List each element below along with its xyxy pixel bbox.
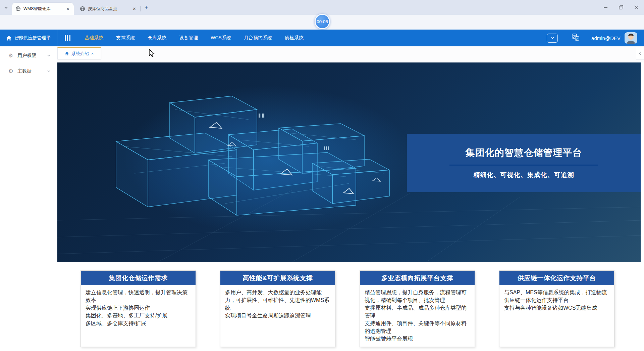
card-header: 集团化仓储运作需求 bbox=[81, 271, 196, 285]
hero-text-panel: 集团化的智慧仓储管理平台 精细化、可视化、集成化、可追溯 bbox=[407, 134, 641, 192]
gear-icon: ⚙ bbox=[8, 69, 13, 74]
card-line: 支持与各种智能设备诸如WCS无缝集成 bbox=[504, 304, 609, 312]
browser-tab-title: WMS智能仓库 bbox=[23, 6, 51, 12]
nav-item-support-system[interactable]: 支撑系统 bbox=[116, 35, 135, 41]
feature-card-high-performance: 高性能&可扩展系统支撑 多用户、高并发、大数据量的业务处理能力，可扩展性、可维护… bbox=[220, 270, 335, 347]
tab-close-icon[interactable]: ✕ bbox=[132, 6, 137, 11]
card-header: 多业态横向拓展平台支撑 bbox=[360, 271, 475, 285]
collapse-menu-icon[interactable] bbox=[65, 35, 70, 41]
hero-title: 集团化的智慧仓储管理平台 bbox=[466, 146, 582, 159]
recording-timer-value: 00:06 bbox=[317, 19, 328, 24]
window-minimize-button[interactable] bbox=[598, 0, 613, 14]
browser-tabstrip: WMS智能仓库 ✕ 按库位商品盘点 ✕ + bbox=[0, 0, 644, 15]
card-line: 智能驾驶舱平台展现 bbox=[365, 335, 470, 343]
card-body: 多用户、高并发、大数据量的业务处理能力，可扩展性、可维护性、先进性的WMS系统 … bbox=[220, 285, 335, 323]
tab-search-chevron-icon[interactable] bbox=[3, 4, 9, 11]
nav-item-quality-inspection[interactable]: 质检系统 bbox=[285, 35, 304, 41]
feature-card-supply-chain-integration: 供应链一体化运作支持平台 与SAP、MES等信息系统的集成，打造物流供应链一体化… bbox=[499, 270, 614, 347]
user-avatar[interactable] bbox=[625, 32, 637, 44]
screen: WMS智能仓库 ✕ 按库位商品盘点 ✕ + bbox=[0, 0, 644, 351]
gear-icon: ⚙ bbox=[8, 53, 13, 58]
hero-banner: 集团化的智慧仓储管理平台 精细化、可视化、集成化、可追溯 bbox=[57, 62, 641, 262]
card-line: 与SAP、MES等信息系统的集成，打造物流供应链一体化运作支持平台 bbox=[504, 289, 609, 304]
brand-divider bbox=[57, 30, 57, 46]
card-body: 建立信息化管理，快速透明，提升管理决策效率 实现供应链上下游协同运作 集团化、多… bbox=[81, 285, 196, 331]
card-line: 建立信息化管理，快速透明，提升管理决策效率 bbox=[86, 289, 191, 304]
feature-cards-section: 集团化仓储运作需求 建立信息化管理，快速透明，提升管理决策效率 实现供应链上下游… bbox=[0, 262, 644, 351]
card-line: 实现项目号全生命周期追踪追溯管理 bbox=[225, 312, 330, 319]
main-nav: 基础系统 支撑系统 仓库系统 设备管理 WCS系统 月台预约系统 质检系统 bbox=[85, 30, 304, 46]
card-line: 精益管理思想，提升自身服务，流程管理可视化，精确到每个项目、批次管理 bbox=[365, 289, 470, 304]
nav-item-equipment-management[interactable]: 设备管理 bbox=[179, 35, 198, 41]
sidebar-item-label: 主数据 bbox=[17, 68, 32, 74]
nav-item-basic-system[interactable]: 基础系统 bbox=[85, 35, 103, 41]
globe-favicon-icon bbox=[80, 6, 85, 11]
card-title: 多业态横向拓展平台支撑 bbox=[381, 274, 453, 282]
globe-favicon-icon bbox=[15, 6, 21, 11]
feature-card-multi-business: 多业态横向拓展平台支撑 精益管理思想，提升自身服务，流程管理可视化，精确到每个项… bbox=[360, 270, 475, 347]
window-close-button[interactable] bbox=[629, 0, 644, 14]
card-title: 集团化仓储运作需求 bbox=[109, 274, 168, 282]
page-tab-title: 系统介绍 bbox=[71, 51, 89, 57]
tab-close-icon[interactable]: ✕ bbox=[65, 6, 70, 11]
sidebar-item-master-data[interactable]: ⚙ 主数据 bbox=[0, 64, 57, 79]
brand[interactable]: 智能供应链管理平 bbox=[6, 30, 51, 46]
card-body: 与SAP、MES等信息系统的集成，打造物流供应链一体化运作支持平台 支持与各种智… bbox=[499, 285, 614, 315]
card-body: 精益管理思想，提升自身服务，流程管理可视化，精确到每个项目、批次管理 支撑原材料… bbox=[360, 285, 475, 346]
nav-item-dock-appointment[interactable]: 月台预约系统 bbox=[244, 35, 272, 41]
card-header: 高性能&可扩展系统支撑 bbox=[220, 271, 335, 285]
card-header: 供应链一体化运作支持平台 bbox=[499, 271, 614, 285]
language-translate-icon[interactable]: 文 A bbox=[572, 34, 579, 42]
feature-card-group-warehouse-needs: 集团化仓储运作需求 建立信息化管理，快速透明，提升管理决策效率 实现供应链上下游… bbox=[80, 270, 196, 347]
browser-tab-title: 按库位商品盘点 bbox=[88, 6, 117, 12]
page-tab-bar: 系统介绍 × bbox=[57, 46, 644, 62]
username[interactable]: admin@DEV bbox=[591, 35, 621, 41]
card-title: 供应链一体化运作支持平台 bbox=[518, 274, 596, 282]
app-header: 智能供应链管理平 基础系统 支撑系统 仓库系统 设备管理 WCS系统 月台预约系… bbox=[0, 30, 644, 46]
hero-divider-line bbox=[449, 165, 598, 165]
nav-item-warehouse-system[interactable]: 仓库系统 bbox=[148, 35, 166, 41]
hero-subtitle: 精细化、可视化、集成化、可追溯 bbox=[474, 171, 574, 179]
brand-title: 智能供应链管理平 bbox=[14, 35, 51, 41]
svg-text:A: A bbox=[576, 37, 578, 40]
nav-item-wcs-system[interactable]: WCS系统 bbox=[211, 35, 231, 41]
card-line: 集团化、多基地、多工厂支持/扩展 bbox=[86, 312, 191, 319]
card-title: 高性能&可扩展系统支撑 bbox=[243, 274, 313, 282]
mouse-cursor-icon bbox=[149, 49, 155, 59]
recording-timer-badge[interactable]: 00:06 bbox=[315, 14, 330, 29]
browser-tab-active[interactable]: WMS智能仓库 ✕ bbox=[12, 3, 74, 15]
new-tab-button[interactable]: + bbox=[143, 4, 150, 11]
sidebar-item-label: 用户权限 bbox=[17, 53, 36, 59]
tab-divider bbox=[141, 6, 141, 11]
page-tab-close-icon[interactable]: × bbox=[91, 51, 94, 56]
window-restore-button[interactable] bbox=[613, 0, 629, 14]
card-line: 实现供应链上下游协同运作 bbox=[86, 304, 191, 312]
chevron-down-icon bbox=[47, 68, 51, 74]
appbar-right: 文 A admin@DEV bbox=[547, 30, 644, 46]
sidebar-item-user-permissions[interactable]: ⚙ 用户权限 bbox=[0, 48, 57, 63]
browser-tab-inactive[interactable]: 按库位商品盘点 ✕ bbox=[76, 3, 140, 15]
home-icon bbox=[6, 35, 12, 41]
tab-scroll-left-icon[interactable] bbox=[636, 47, 644, 60]
chevron-down-icon bbox=[47, 53, 51, 59]
card-line: 支持通用件、项目件、关键件等不同原材料的追溯管理 bbox=[365, 319, 470, 335]
card-line: 支撑原材料、半成品、成品多种仓库类型的管理 bbox=[365, 304, 470, 319]
header-chevron-down-button[interactable] bbox=[547, 34, 558, 43]
page-tab-system-intro[interactable]: 系统介绍 × bbox=[57, 47, 101, 59]
card-line: 多用户、高并发、大数据量的业务处理能力，可扩展性、可维护性、先进性的WMS系统 bbox=[225, 289, 330, 312]
home-icon bbox=[65, 51, 69, 56]
card-line: 多区域、多仓库支持/扩展 bbox=[86, 319, 191, 327]
